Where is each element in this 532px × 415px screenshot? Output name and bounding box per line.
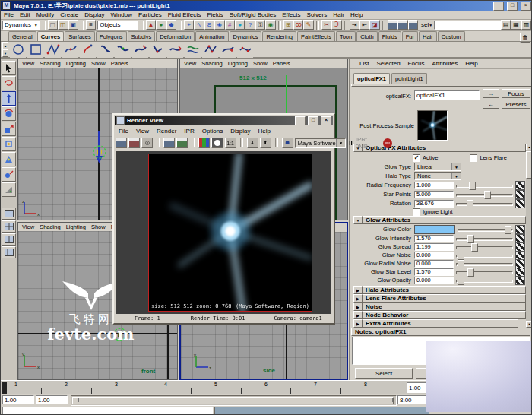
lens-flare-attributes-section[interactable]: ▶ Lens Flare Attributes bbox=[353, 294, 526, 303]
range-slider-bar[interactable] bbox=[72, 397, 394, 404]
render-globals-icon[interactable] bbox=[388, 20, 397, 30]
menu-effects[interactable]: Effects bbox=[279, 11, 303, 19]
expand-arrow-icon[interactable]: ▶ bbox=[353, 303, 363, 311]
rgb-channels-icon[interactable] bbox=[198, 138, 210, 148]
shelf-tab-subdivs[interactable]: Subdivs bbox=[128, 31, 156, 41]
point-light-manipulator[interactable] bbox=[91, 144, 108, 160]
star-points-slider[interactable] bbox=[456, 191, 513, 198]
halo-attributes-section[interactable]: ▶ Halo Attributes bbox=[353, 286, 526, 294]
construction-history-off-icon[interactable]: Ↄ bbox=[331, 20, 341, 30]
shelf-tab-custom[interactable]: Custom bbox=[438, 31, 465, 41]
scrollbar-thumb[interactable] bbox=[526, 151, 532, 179]
extra-attributes-section[interactable]: ▶ Extra Attributes bbox=[353, 319, 518, 328]
rv-menu-options[interactable]: Options bbox=[199, 127, 226, 135]
layout-persp-outliner-icon[interactable] bbox=[2, 246, 16, 258]
construction-history-on-icon[interactable]: ✂ bbox=[321, 20, 331, 30]
vp-menu-shading[interactable]: Shading bbox=[201, 60, 223, 67]
rv-menu-file[interactable]: File bbox=[116, 127, 131, 135]
minimize-button[interactable]: _ bbox=[295, 116, 306, 125]
glow-intensity-slider[interactable] bbox=[456, 235, 513, 242]
expand-arrow-icon[interactable]: ▶ bbox=[353, 311, 363, 319]
rv-menu-help[interactable]: Help bbox=[255, 127, 274, 135]
scale-tool-icon[interactable] bbox=[2, 122, 16, 136]
collapse-arrow-icon[interactable]: ▼ bbox=[353, 216, 363, 224]
history-icon[interactable]: ꝏ bbox=[293, 20, 303, 30]
move-tool-icon[interactable] bbox=[2, 91, 16, 106]
vp-menu-view[interactable]: View bbox=[22, 60, 34, 67]
shelf-tab-curves[interactable]: Curves bbox=[37, 31, 64, 41]
menu-fields[interactable]: Fields bbox=[204, 11, 226, 19]
glow-noise-slider[interactable] bbox=[456, 252, 513, 259]
menu-hair[interactable]: Hair bbox=[330, 11, 347, 19]
focus-out-icon[interactable]: ← bbox=[483, 100, 499, 109]
glow-color-swatch[interactable] bbox=[414, 225, 455, 234]
close-button[interactable]: × bbox=[321, 116, 331, 125]
star-points-map-button[interactable] bbox=[515, 190, 525, 199]
open-render-globals-icon[interactable]: ☗ bbox=[282, 138, 293, 148]
rv-menu-view[interactable]: View bbox=[133, 127, 152, 135]
menu-soft-rigid-bodies[interactable]: Soft/Rigid Bodies bbox=[226, 11, 279, 19]
ae-tab-opticalfx1[interactable]: opticalFX1 bbox=[353, 73, 390, 84]
select-button[interactable]: Select bbox=[355, 368, 413, 379]
remove-image-icon[interactable]: ⬆ bbox=[260, 138, 271, 148]
glow-intensity-field[interactable]: 1.570 bbox=[414, 235, 454, 242]
scroll-down-icon[interactable]: ▼ bbox=[526, 321, 532, 328]
star-points-field[interactable]: 5.000 bbox=[414, 191, 454, 198]
expand-arrow-icon[interactable]: ▶ bbox=[353, 286, 363, 294]
shelf-pencil-curve-icon[interactable] bbox=[80, 42, 96, 58]
vp-menu-view[interactable]: View bbox=[22, 223, 34, 230]
show-attribute-editor-icon[interactable]: ▤ bbox=[501, 20, 511, 30]
lock-selection-icon[interactable]: ⚿ bbox=[255, 20, 265, 30]
vp-menu-panels[interactable]: Panels bbox=[111, 60, 128, 67]
layout-four-pane-icon[interactable] bbox=[2, 220, 16, 233]
menu-edit[interactable]: Edit bbox=[17, 11, 33, 19]
redo-region-render-icon[interactable] bbox=[128, 138, 140, 148]
shelf-offset-curve-icon[interactable] bbox=[185, 42, 201, 58]
node-behavior-section[interactable]: ▶ Node Behavior bbox=[353, 311, 526, 319]
menu-window[interactable]: Window bbox=[108, 11, 135, 19]
layout-two-pane-icon[interactable] bbox=[2, 233, 16, 246]
ae-menu-selected[interactable]: Selected bbox=[373, 59, 403, 68]
menu-particles[interactable]: Particles bbox=[135, 11, 165, 19]
radial-frequency-field[interactable]: 1.000 bbox=[414, 182, 454, 189]
vp-menu-panels[interactable]: Panels bbox=[273, 60, 290, 67]
rotation-field[interactable]: 38.676 bbox=[414, 200, 454, 208]
vp-menu-show[interactable]: Show bbox=[253, 60, 268, 67]
snap-grid-icon[interactable]: + bbox=[184, 20, 194, 30]
renderer-dropdown[interactable]: Maya Software▼ bbox=[295, 138, 347, 148]
shelf-ep-curve-icon[interactable] bbox=[62, 42, 78, 58]
shelf-extend-curve-icon[interactable] bbox=[167, 42, 183, 58]
selection-mode-icon[interactable]: ≡ bbox=[86, 20, 96, 30]
node-name-field[interactable]: opticalFX1 bbox=[414, 90, 480, 100]
shelf-tab-painteffects[interactable]: PaintEffects bbox=[297, 31, 335, 41]
vp-menu-lighting[interactable]: Lighting bbox=[66, 223, 86, 230]
radial-frequency-map-button[interactable] bbox=[515, 181, 525, 190]
render-view-titlebar[interactable]: Render View _ □ × bbox=[115, 116, 333, 125]
vp-menu-lighting[interactable]: Lighting bbox=[228, 60, 248, 67]
keep-image-icon[interactable]: ⬇ bbox=[247, 138, 258, 148]
vp-menu-shading[interactable]: Shading bbox=[40, 223, 61, 230]
ae-tab-pointlight1[interactable]: pointLight1 bbox=[391, 73, 427, 84]
make-live-icon[interactable]: ● bbox=[235, 20, 245, 30]
shelf-arc-tool-icon[interactable] bbox=[97, 42, 113, 58]
shelf-tab-surfaces[interactable]: Surfaces bbox=[65, 31, 95, 41]
shelf-tab-general[interactable]: General bbox=[8, 31, 36, 41]
pause-ipr-icon[interactable]: II bbox=[349, 140, 352, 147]
ae-scrollbar[interactable]: ▲ ▼ bbox=[526, 144, 532, 328]
show-manipulator-tool-icon[interactable] bbox=[2, 167, 16, 182]
glow-star-level-slider[interactable] bbox=[456, 268, 513, 276]
shelf-attach-curves-icon[interactable] bbox=[115, 42, 131, 58]
glow-opacity-map-button[interactable] bbox=[515, 276, 525, 285]
scroll-up-icon[interactable]: ▲ bbox=[526, 144, 532, 150]
ignore-light-checkbox[interactable] bbox=[413, 208, 420, 216]
mel-command-input[interactable] bbox=[2, 407, 213, 415]
post-process-sample-swatch[interactable] bbox=[417, 110, 448, 141]
presets-button[interactable]: Presets bbox=[502, 100, 530, 109]
last-tool-icon[interactable] bbox=[2, 182, 16, 197]
shelf-tab-hair[interactable]: Hair bbox=[419, 31, 437, 41]
shelf-add-points-icon[interactable] bbox=[220, 42, 236, 58]
ipr-render-icon[interactable]: ◪ bbox=[369, 20, 379, 30]
show-channel-box-icon[interactable]: ▥ bbox=[521, 20, 531, 30]
glow-opacity-slider[interactable] bbox=[456, 277, 513, 284]
snapshot-icon[interactable]: ◎ bbox=[141, 138, 153, 148]
